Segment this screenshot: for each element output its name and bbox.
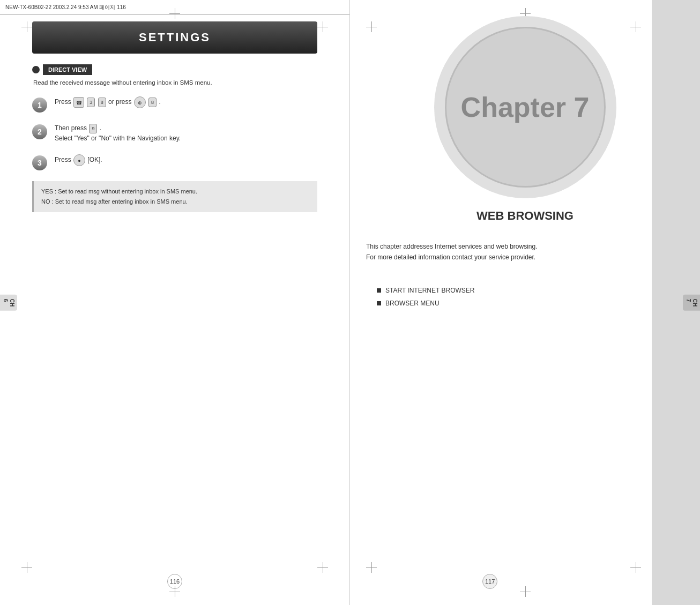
note-box: YES : Set to read msg without entering i… bbox=[32, 181, 317, 212]
right-page: CH7 Chapter 7 WEB BROWSING This chapter … bbox=[350, 0, 700, 605]
step1-or-label: or press bbox=[108, 98, 133, 106]
key-down-icon: ⊕ bbox=[134, 96, 146, 108]
step-1-circle: 1 bbox=[32, 98, 47, 113]
corner-mark-br bbox=[317, 562, 328, 573]
ch7-tab: CH7 bbox=[683, 294, 700, 310]
bullet-item-2: BROWSER MENU bbox=[377, 297, 641, 310]
bullet-label-2: BROWSER MENU bbox=[385, 297, 440, 310]
r-corner-mark-tl bbox=[366, 21, 377, 32]
step1-press-label: Press bbox=[55, 98, 73, 106]
key-phone-icon: ☎ bbox=[73, 97, 84, 108]
corner-mark-bl bbox=[21, 562, 32, 573]
page-number-right: 117 bbox=[482, 574, 497, 589]
chapter-inner-circle: Chapter 7 bbox=[445, 27, 606, 188]
step-2-circle: 2 bbox=[32, 124, 47, 139]
settings-title-box: SETTINGS bbox=[32, 21, 317, 54]
step3-press-label: Press bbox=[55, 156, 73, 164]
chapter-info-text: This chapter addresses Internet services… bbox=[366, 241, 641, 263]
right-page-inner: CH7 Chapter 7 WEB BROWSING This chapter … bbox=[350, 0, 700, 605]
step-3-content: Press ● [OK]. bbox=[55, 154, 102, 166]
key-8a: 8 bbox=[98, 98, 106, 107]
direct-view-section: DIRECT VIEW Read the received message wi… bbox=[32, 64, 317, 212]
header-text: NEW-TX-60B02-22 2003.2.24 9:53 AM 페이지 11… bbox=[5, 4, 126, 11]
step-3: 3 Press ● [OK]. bbox=[32, 154, 317, 170]
step3-ok-text: [OK]. bbox=[87, 156, 102, 164]
key-ok-icon: ● bbox=[73, 154, 85, 166]
r-corner-mark-bl bbox=[366, 562, 377, 573]
square-bullet-1 bbox=[377, 288, 381, 293]
chapter-bullets: START INTERNET BROWSER BROWSER MENU bbox=[377, 284, 641, 310]
step2-then-press: Then press bbox=[55, 124, 88, 132]
chapter-label: Chapter 7 bbox=[461, 93, 590, 121]
direct-view-label: DIRECT VIEW bbox=[32, 64, 317, 75]
step2-dot: . bbox=[100, 124, 101, 132]
step2-select-text: Select "Yes" or "No" with the Navigation… bbox=[55, 135, 181, 142]
step-1: 1 Press ☎ 3 8 or press ⊕ 8 . bbox=[32, 96, 317, 113]
step-3-circle: 3 bbox=[32, 155, 47, 170]
note-no-line: NO : Set to read msg after entering inbo… bbox=[41, 197, 310, 207]
r-corner-mark-tr bbox=[630, 21, 641, 32]
key-8b: 8 bbox=[148, 98, 157, 107]
chapter-outer-circle: Chapter 7 bbox=[434, 16, 616, 198]
step-1-content: Press ☎ 3 8 or press ⊕ 8 . bbox=[55, 96, 161, 108]
note-yes-line: YES : Set to read msg without entering i… bbox=[41, 186, 310, 197]
chapter-circle-area: Chapter 7 bbox=[434, 16, 616, 198]
settings-title: SETTINGS bbox=[139, 31, 211, 44]
key-3: 3 bbox=[87, 98, 95, 107]
corner-mark-tr bbox=[317, 21, 328, 32]
bullet-label-1: START INTERNET BROWSER bbox=[385, 284, 474, 297]
ch6-tab: CH6 bbox=[0, 294, 17, 310]
step1-dot: . bbox=[159, 98, 160, 106]
web-browsing-title: WEB BROWSING bbox=[476, 209, 574, 223]
bottom-center-cross bbox=[169, 586, 180, 597]
left-page: NEW-TX-60B02-22 2003.2.24 9:53 AM 페이지 11… bbox=[0, 0, 350, 605]
bullet-circle-icon bbox=[32, 66, 40, 73]
top-center-cross bbox=[169, 8, 180, 19]
read-msg-text: Read the received message without enteri… bbox=[33, 79, 317, 86]
corner-mark-tl bbox=[21, 21, 32, 32]
r-bottom-center-cross bbox=[520, 586, 531, 597]
key-9: 9 bbox=[89, 124, 97, 133]
r-corner-mark-br bbox=[630, 562, 641, 573]
step-2: 2 Then press 9 . Select "Yes" or "No" wi… bbox=[32, 123, 317, 144]
bullet-item-1: START INTERNET BROWSER bbox=[377, 284, 641, 297]
square-bullet-2 bbox=[377, 301, 381, 305]
direct-view-tag: DIRECT VIEW bbox=[43, 64, 92, 75]
step-2-content: Then press 9 . Select "Yes" or "No" with… bbox=[55, 123, 181, 144]
